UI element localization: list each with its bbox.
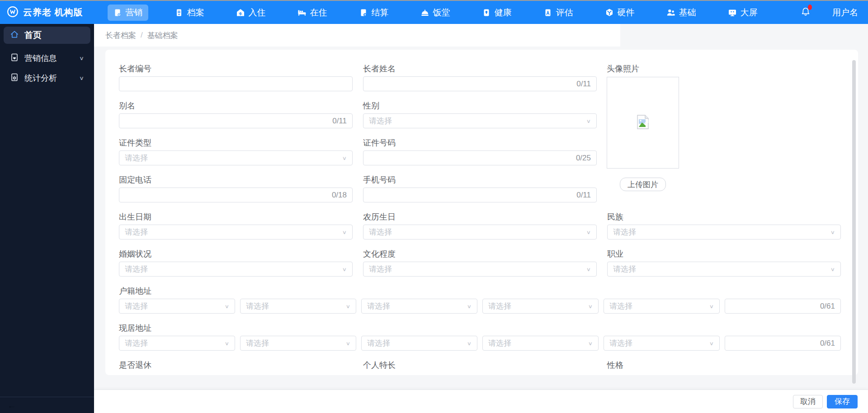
top-nav-item-bigscreen[interactable]: 大屏 [722,5,763,21]
select-placeholder: 请选择 [125,153,148,163]
birth-date-select[interactable]: 请选择∨ [119,225,353,239]
select-placeholder: 请选择 [246,301,269,311]
alias-field: 别名 0/11 [119,101,353,128]
top-nav-label: 档案 [187,7,204,19]
select-placeholder: 请选择 [488,301,511,311]
notification-bell-button[interactable] [801,7,811,19]
chevron-down-icon: ∨ [342,229,347,235]
upload-image-button[interactable]: 上传图片 [620,178,666,191]
household-address-region-3-select[interactable]: 请选择∨ [361,299,477,314]
top-nav-item-marketing[interactable]: 营销 [108,5,148,21]
elder-no-input[interactable] [125,80,347,89]
form-row-labels-only: 是否退休个人特长性格 [119,360,858,370]
top-nav-item-settlement[interactable]: 结算 [354,5,394,21]
household-address-region-5-select[interactable]: 请选择∨ [604,299,720,314]
landline-input[interactable] [125,191,328,200]
marital-status-label: 婚姻状况 [119,249,353,259]
current-address-region-4-select[interactable]: 请选择∨ [482,336,599,351]
avatar-photo-box[interactable] [607,77,679,169]
form-rows: 长者编号 长者姓名 0/11 别名 0/11 性别 请选择∨ 证件类型 请选择∨… [119,64,858,370]
elder-no-field: 长者编号 [119,64,353,91]
elder-name-label: 长者姓名 [363,64,597,74]
sidebar-item-marketing-info[interactable]: 营销信息∨ [0,48,94,68]
current-address-region-3-select[interactable]: 请选择∨ [361,336,477,351]
marital-status-field: 婚姻状况 请选择∨ [119,249,353,277]
lunar-birthday-select[interactable]: 请选择∨ [363,225,597,239]
occupation-select[interactable]: 请选择∨ [607,262,841,277]
breadcrumb-item-elder-archive[interactable]: 长者档案 [105,30,136,41]
select-placeholder: 请选择 [246,338,269,348]
char-counter: 0/11 [329,117,347,126]
alias-input[interactable] [125,117,329,126]
vertical-scrollbar-thumb[interactable] [852,60,856,384]
top-nav-item-checkin[interactable]: 入住 [231,5,271,21]
top-nav-label: 结算 [372,7,389,19]
form-action-footer: 取消 保存 [94,390,868,413]
top-nav-item-canteen[interactable]: 饭堂 [415,5,456,21]
id-number-input-wrap: 0/25 [363,150,597,165]
chevron-down-icon: ∨ [342,266,347,272]
chevron-down-icon: ∨ [709,340,714,346]
top-nav-item-basic[interactable]: 基础 [661,5,702,21]
char-counter: 0/61 [816,339,835,348]
mobile-input[interactable] [369,191,573,200]
select-placeholder: 请选择 [125,227,148,237]
specialty-label: 个人特长 [363,360,597,370]
username-menu[interactable]: 用户名 [832,7,858,19]
top-nav-item-residence[interactable]: 在住 [292,5,333,21]
education-field: 文化程度 请选择∨ [363,249,597,277]
basic-icon [666,8,675,17]
household-address-field: 户籍地址 请选择∨请选择∨请选择∨请选择∨请选择∨0/61 [119,286,841,314]
select-placeholder: 请选择 [125,301,148,311]
app-title: 云养老 机构版 [23,6,83,19]
sidebar-footer: ← [0,397,94,413]
top-nav-label: 营销 [126,7,143,19]
sidebar-collapse-button[interactable]: ← [7,401,16,410]
top-nav-item-health[interactable]: 健康 [476,5,517,21]
household-address-region-2-select[interactable]: 请选择∨ [240,299,356,314]
select-placeholder: 请选择 [609,301,632,311]
current-address-region-2-select[interactable]: 请选择∨ [240,336,356,351]
chevron-down-icon: ∨ [225,340,229,346]
occupation-label: 职业 [607,249,841,259]
elder-name-input-wrap: 0/11 [363,76,597,91]
char-counter: 0/61 [816,302,835,311]
gender-label: 性别 [363,101,597,111]
hardware-icon [605,8,614,17]
household-address-detail-input[interactable] [731,302,816,311]
gender-select[interactable]: 请选择∨ [363,113,597,128]
sidebar: 首页营销信息∨统计分析∨ ← [0,24,94,413]
id-type-select[interactable]: 请选择∨ [119,150,353,165]
birth-date-field: 出生日期 请选择∨ [119,212,353,239]
elder-no-label: 长者编号 [119,64,353,74]
save-button[interactable]: 保存 [827,395,858,408]
sidebar-item-statistics[interactable]: 统计分析∨ [0,68,94,88]
household-address-region-1-select[interactable]: 请选择∨ [119,299,235,314]
household-address-region-4-select[interactable]: 请选择∨ [482,299,599,314]
sidebar-item-home[interactable]: 首页 [4,27,90,44]
marital-status-select[interactable]: 请选择∨ [119,262,353,277]
sidebar-menu: 首页营销信息∨统计分析∨ [0,27,94,88]
broken-image-icon [637,115,649,131]
current-address-region-1-select[interactable]: 请选择∨ [119,336,235,351]
top-nav-label: 基础 [679,7,696,19]
elder-name-input[interactable] [369,80,573,89]
sidebar-item-label: 统计分析 [24,73,57,84]
id-number-input[interactable] [369,154,572,163]
top-nav-item-archives[interactable]: 档案 [169,5,210,21]
education-select[interactable]: 请选择∨ [363,262,597,277]
ethnicity-select[interactable]: 请选择∨ [607,225,841,239]
select-placeholder: 请选择 [613,264,636,274]
char-counter: 0/11 [573,191,591,200]
chevron-down-icon: ∨ [830,266,835,272]
top-nav-item-assessment[interactable]: 评估 [538,5,579,21]
current-address-detail-input[interactable] [731,339,816,348]
education-label: 文化程度 [363,249,597,259]
cancel-button[interactable]: 取消 [793,395,823,408]
id-type-label: 证件类型 [119,138,353,148]
top-nav-item-hardware[interactable]: 硬件 [599,5,640,21]
doc-gear-icon [10,73,19,84]
current-address-region-5-select[interactable]: 请选择∨ [604,336,720,351]
mobile-field: 手机号码 0/11 [363,175,597,202]
chevron-down-icon: ∨ [709,303,714,309]
